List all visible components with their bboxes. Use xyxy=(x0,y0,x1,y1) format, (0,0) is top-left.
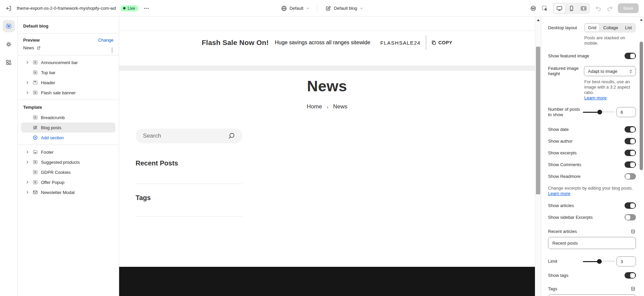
inspect-icon[interactable] xyxy=(541,5,548,12)
footer-section[interactable] xyxy=(119,267,535,296)
learn-more-link[interactable]: Learn more xyxy=(548,191,570,196)
limit-input[interactable] xyxy=(616,256,636,266)
preview-scrollbar-thumb[interactable] xyxy=(536,47,540,194)
section-icon xyxy=(33,169,38,175)
recent-articles-input[interactable] xyxy=(548,237,636,249)
flash-sale-banner-section[interactable]: Flash Sale Now On! Huge savings across a… xyxy=(119,31,541,54)
learn-more-link[interactable]: Learn more xyxy=(584,95,606,100)
sidebar-item-newsletter-modal[interactable]: Newsletter Modal xyxy=(21,187,115,197)
sidebar-item-suggested-products[interactable]: Suggested products xyxy=(21,157,115,167)
layout-option-grid[interactable]: Grid xyxy=(585,23,600,32)
mobile-view-button[interactable] xyxy=(566,4,577,13)
sidebar-scrollbar-thumb[interactable] xyxy=(112,47,112,53)
device-preview-segment xyxy=(553,3,590,14)
show-tags-toggle[interactable] xyxy=(625,272,636,279)
featured-image-helper: For best results, use an image with a 3:… xyxy=(584,79,636,101)
layout-option-collage[interactable]: Collage xyxy=(600,23,622,32)
item-label: Footer xyxy=(41,150,54,155)
featured-image-height-select[interactable]: Adapt to image xyxy=(584,66,636,76)
show-author-toggle[interactable] xyxy=(625,138,636,144)
slider-knob[interactable] xyxy=(597,110,602,114)
chevron-right-icon[interactable] xyxy=(24,79,31,86)
setting-label: Show Comments xyxy=(548,162,625,167)
setting-show-sidebar-excerpts: Show sidebar Excerpts xyxy=(548,214,636,220)
copy-code-button[interactable]: COPY xyxy=(426,36,452,49)
setting-show-author: Show author xyxy=(548,138,636,144)
select-updown-icon xyxy=(628,69,633,74)
redo-button[interactable] xyxy=(606,5,613,12)
show-featured-image-toggle[interactable] xyxy=(625,53,636,59)
preview-scrollbar[interactable] xyxy=(535,17,541,296)
sections-sidebar: Default blog Preview Change News Announc… xyxy=(18,17,119,296)
panel-scrollbar[interactable] xyxy=(639,17,644,296)
divider xyxy=(317,5,317,12)
chevron-spacer xyxy=(24,134,31,141)
show-articles-toggle[interactable] xyxy=(625,202,636,209)
item-label: Newsletter Modal xyxy=(41,190,75,195)
sidebar-item-blog-posts[interactable]: Blog posts xyxy=(21,122,115,133)
breadcrumb-current: News xyxy=(333,103,347,110)
section-icon xyxy=(33,60,38,65)
chevron-right-icon[interactable] xyxy=(24,159,31,165)
layout-option-list[interactable]: List xyxy=(622,23,635,32)
rail-apps-button[interactable] xyxy=(3,56,15,68)
show-excerpts-toggle[interactable] xyxy=(625,150,636,156)
setting-show-tags: Show tags xyxy=(548,272,636,279)
sidebar-title: Default blog xyxy=(18,17,119,33)
sidebar-item-flash-sale-banner[interactable]: Flash sale banner xyxy=(21,88,115,98)
setting-label: Show date xyxy=(548,127,625,132)
setting-show-excerpts: Show excerpts xyxy=(548,150,636,156)
chevron-right-icon[interactable] xyxy=(24,149,31,155)
rail-sections-button[interactable] xyxy=(3,20,15,32)
sidebar-item-footer[interactable]: Footer xyxy=(21,147,115,157)
change-preview-link[interactable]: Change xyxy=(98,38,113,43)
number-of-posts-input[interactable] xyxy=(616,107,636,117)
sidebar-item-header[interactable]: Header xyxy=(21,78,115,88)
desktop-view-button[interactable] xyxy=(554,4,565,13)
show-sidebar-excerpts-toggle[interactable] xyxy=(625,214,636,220)
sidebar-item-announcement-bar[interactable]: Announcement bar xyxy=(21,57,115,67)
page-selector[interactable]: Default blog xyxy=(325,5,363,12)
dynamic-source-icon[interactable] xyxy=(630,286,636,292)
add-section-button[interactable]: Add section xyxy=(21,133,115,143)
scroll-up-arrow[interactable] xyxy=(537,19,540,21)
preview-incognito-icon[interactable] xyxy=(530,5,537,12)
limit-slider[interactable] xyxy=(583,259,614,264)
search-icon[interactable] xyxy=(228,132,235,140)
show-date-toggle[interactable] xyxy=(625,126,636,133)
panel-scrollbar-thumb[interactable] xyxy=(640,42,643,170)
scroll-up-arrow[interactable] xyxy=(640,19,643,21)
header-sections-group: Announcement bar Top bar Header Flash sa… xyxy=(18,55,119,100)
sidebar-item-top-bar[interactable]: Top bar xyxy=(21,67,115,78)
show-readmore-toggle[interactable] xyxy=(625,173,636,180)
more-options-button[interactable] xyxy=(143,5,150,12)
chevron-right-icon[interactable] xyxy=(24,89,31,96)
chevron-right-icon[interactable] xyxy=(24,59,31,66)
undo-button[interactable] xyxy=(595,5,602,12)
slider-knob[interactable] xyxy=(597,259,602,264)
chevron-right-icon[interactable] xyxy=(24,189,31,196)
tags-input[interactable] xyxy=(548,294,636,296)
breadcrumb-home-link[interactable]: Home xyxy=(307,103,322,110)
number-of-posts-slider[interactable] xyxy=(583,109,614,115)
sidebar-item-breadcrumb[interactable]: Breadcrumb xyxy=(21,112,115,122)
section-icon xyxy=(33,90,38,95)
section-icon xyxy=(33,115,38,120)
setting-number-of-posts: Number of posts to show xyxy=(548,107,636,117)
sidebar-item-offer-popup[interactable]: Offer Popup xyxy=(21,177,115,187)
fullwidth-view-button[interactable] xyxy=(578,4,589,13)
chevron-right-icon[interactable] xyxy=(24,179,31,186)
dynamic-source-icon[interactable] xyxy=(630,229,636,234)
save-button[interactable]: Save xyxy=(618,3,639,13)
sidebar-item-gdpr-cookies[interactable]: GDPR Cookies xyxy=(21,167,115,177)
external-link-icon[interactable] xyxy=(36,46,41,50)
rail-settings-button[interactable] xyxy=(3,38,15,50)
item-label: Offer Popup xyxy=(41,180,64,185)
blog-search-field[interactable]: Search xyxy=(136,129,242,143)
section-gap-band xyxy=(119,65,541,71)
show-comments-toggle[interactable] xyxy=(625,161,636,168)
locale-selector[interactable]: Default xyxy=(281,5,310,12)
exit-icon[interactable] xyxy=(5,5,12,12)
tags-heading: Tags xyxy=(136,194,242,202)
banner-coupon-code: FLASHSALE24 xyxy=(380,40,420,46)
